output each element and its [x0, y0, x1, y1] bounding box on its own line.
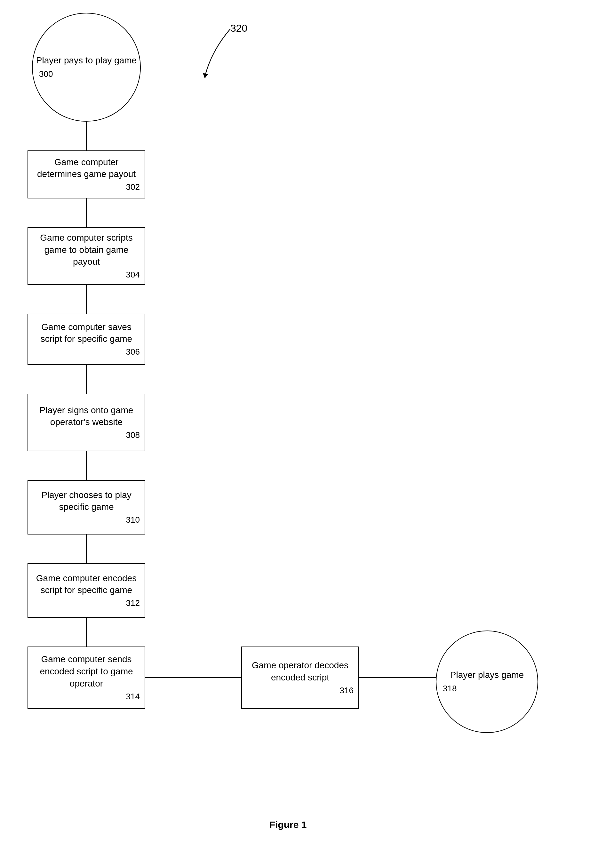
node-308-label: Player signs onto game operator's websit… [33, 404, 140, 428]
arrow-302-304 [86, 198, 87, 227]
arrow-306-308 [86, 365, 87, 394]
node-316-number: 316 [340, 685, 354, 696]
ref-320-arrow [192, 19, 320, 90]
node-318-number: 318 [443, 683, 457, 694]
node-314: Game computer sends encoded script to ga… [27, 647, 145, 709]
node-308-number: 308 [126, 430, 140, 441]
node-310: Player chooses to play specific game 310 [27, 480, 145, 534]
node-312: Game computer encodes script for specifi… [27, 563, 145, 618]
node-306: Game computer saves script for specific … [27, 314, 145, 365]
node-302-number: 302 [126, 181, 140, 193]
diagram-container: Player pays to play game 300 Game comput… [0, 0, 598, 868]
node-314-number: 314 [126, 691, 140, 702]
node-304: Game computer scripts game to obtain gam… [27, 227, 145, 285]
node-318: Player plays game 318 [436, 630, 538, 733]
node-316: Game operator decodes encoded script 316 [241, 647, 359, 709]
arrow-304-306 [86, 285, 87, 314]
ref-320-label: 320 [230, 22, 247, 34]
arrow-310-312 [86, 534, 87, 563]
svg-marker-0 [203, 73, 208, 78]
arrow-300-302 [86, 122, 87, 150]
arrow-314-316 [145, 677, 241, 678]
node-302: Game computer determines game payout 302 [27, 150, 145, 198]
node-306-number: 306 [126, 346, 140, 358]
node-312-number: 312 [126, 597, 140, 609]
node-300-label: Player pays to play game [36, 55, 137, 66]
node-318-label: Player plays game [450, 669, 524, 681]
arrow-308-310 [86, 451, 87, 480]
node-304-label: Game computer scripts game to obtain gam… [33, 232, 140, 268]
node-314-label: Game computer sends encoded script to ga… [33, 653, 140, 689]
node-312-label: Game computer encodes script for specifi… [33, 572, 140, 597]
node-306-label: Game computer saves script for specific … [33, 321, 140, 345]
node-310-number: 310 [126, 514, 140, 525]
node-300: Player pays to play game 300 [32, 13, 141, 122]
node-310-label: Player chooses to play specific game [33, 489, 140, 513]
node-308: Player signs onto game operator's websit… [27, 394, 145, 451]
arrow-312-314 [86, 618, 87, 647]
node-300-number: 300 [39, 69, 53, 80]
node-316-label: Game operator decodes encoded script [247, 659, 354, 684]
node-302-label: Game computer determines game payout [33, 156, 140, 181]
arrow-316-318 [359, 677, 436, 678]
node-304-number: 304 [126, 269, 140, 280]
figure-caption: Figure 1 [224, 819, 352, 830]
